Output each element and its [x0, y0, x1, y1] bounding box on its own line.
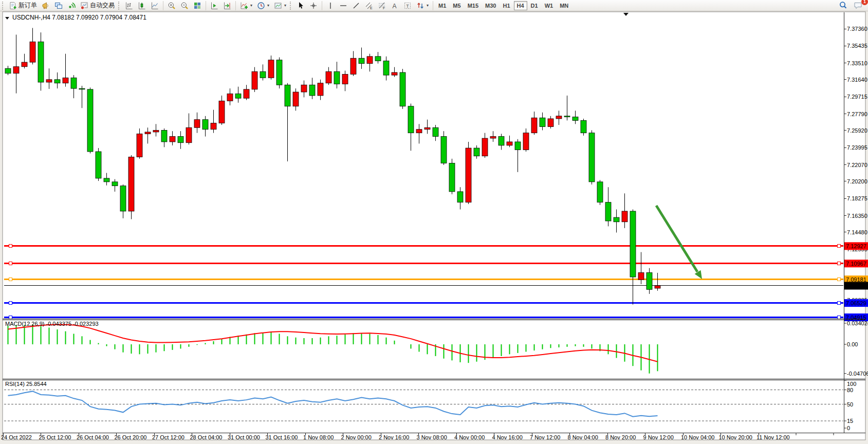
candle-body: [334, 71, 340, 84]
candle-body: [301, 85, 307, 92]
line-handle[interactable]: [837, 278, 840, 281]
candle-body: [498, 137, 504, 145]
candle-body: [268, 60, 274, 78]
chart-area[interactable]: 7.373607.354357.335107.316407.297157.277…: [0, 0, 868, 444]
time-axis-label: 3 Nov 08:00: [417, 434, 447, 440]
candle-body: [186, 127, 192, 142]
candle-body: [87, 89, 93, 152]
candle-body: [350, 58, 356, 74]
candle-body: [482, 138, 488, 156]
rsi-scale-label: 0: [847, 425, 850, 431]
chart-title: USDCNH-,H4 7.08182 7.09920 7.07904 7.084…: [12, 14, 146, 21]
candle-body: [408, 106, 414, 133]
price-tick-label: 7.14480: [847, 229, 867, 235]
candle-body: [54, 80, 60, 83]
time-axis-label: 27 Oct 12:00: [152, 434, 184, 440]
rsi-scale-label: 100: [847, 381, 856, 387]
time-axis-layer[interactable]: 24 Oct 202225 Oct 12:0026 Oct 04:0026 Oc…: [1, 433, 834, 440]
candle-body: [359, 58, 364, 63]
candle-body: [71, 78, 77, 88]
price-label-text: 7.12927: [846, 243, 866, 249]
price-tick-label: 7.16350: [847, 213, 867, 219]
candle-body: [540, 118, 545, 126]
candle-body: [211, 123, 216, 130]
line-handle[interactable]: [9, 302, 12, 305]
candle-body: [219, 101, 225, 123]
price-tick-label: 7.35435: [847, 43, 867, 49]
macd-scale-label: -0.047061: [847, 371, 868, 377]
candle-body: [507, 142, 512, 145]
price-label-text: 7.09181: [846, 276, 866, 283]
time-axis-label: 8 Nov 04:00: [568, 434, 598, 440]
candle-body: [556, 116, 562, 119]
candle-body: [137, 134, 142, 157]
candle-body: [13, 67, 19, 73]
chart-window-frame: [3, 12, 865, 440]
time-axis-label: 7 Nov 12:00: [530, 434, 560, 440]
candle-body: [5, 68, 11, 73]
price-tick-label: 7.23995: [847, 144, 867, 151]
candle-body: [400, 72, 405, 106]
candle-body: [46, 80, 52, 82]
candle-body: [276, 60, 282, 85]
candle-body: [112, 182, 118, 186]
candle-body: [120, 186, 126, 211]
candle-body: [424, 127, 430, 129]
candle-body: [564, 116, 570, 117]
candle-body: [474, 148, 479, 156]
candle-body: [63, 78, 68, 83]
price-tick-label: 7.37360: [847, 26, 867, 32]
candle-body: [285, 85, 290, 106]
price-tick-label: 7.18275: [847, 195, 867, 201]
line-handle[interactable]: [9, 245, 12, 248]
candle-body: [227, 94, 233, 101]
candle-body: [202, 120, 208, 130]
time-axis-label: 24 Oct 2022: [1, 434, 32, 440]
candle-body: [392, 72, 397, 75]
candle-body: [605, 202, 611, 221]
line-handle[interactable]: [9, 262, 12, 265]
candle-body: [466, 148, 471, 202]
time-axis-label: 28 Oct 04:00: [190, 434, 223, 440]
candle-body: [383, 61, 389, 75]
time-axis-label: 31 Oct 16:00: [266, 434, 298, 440]
candle-body: [22, 62, 27, 67]
candle-body: [433, 127, 438, 136]
trading-terminal-window: 新订单: [0, 0, 868, 444]
time-axis-label: 10 Nov 20:00: [719, 434, 752, 440]
line-handle[interactable]: [837, 302, 840, 305]
price-tick-label: 7.22070: [847, 162, 867, 168]
candle-body: [367, 57, 373, 64]
candle-body: [244, 89, 249, 98]
time-axis-label: 25 Oct 12:00: [39, 434, 71, 440]
candle-body: [531, 118, 537, 133]
rsi-scale-label: 80: [847, 387, 853, 393]
line-handle[interactable]: [837, 245, 840, 248]
candle-body: [170, 137, 175, 142]
candle-body: [293, 92, 299, 106]
candle-body: [416, 130, 422, 133]
line-handle[interactable]: [837, 262, 840, 265]
candle-body: [647, 272, 652, 289]
candle-body: [490, 137, 496, 138]
rsi-scale-label: 50: [847, 401, 853, 408]
candle-body: [375, 57, 381, 61]
line-handle[interactable]: [9, 278, 12, 281]
line-handle[interactable]: [837, 316, 840, 319]
time-axis-label: 11 Nov 12:00: [756, 434, 790, 440]
candle-body: [194, 120, 200, 128]
candle-body: [638, 272, 644, 280]
time-axis-label: 4 Nov 16:00: [492, 434, 523, 440]
candle-body: [597, 182, 603, 202]
line-handle[interactable]: [9, 316, 12, 319]
price-tick-label: 7.27790: [847, 111, 867, 117]
rsi-label: RSI(14) 25.8544: [5, 381, 47, 387]
candle-body: [441, 137, 447, 163]
time-axis-label: 1 Nov 08:00: [303, 434, 334, 440]
time-axis-label: 9 Nov 12:00: [643, 434, 674, 440]
candle-body: [622, 211, 627, 222]
rsi-scale-label: 15: [847, 418, 853, 424]
price-label-text: 7.08471: [846, 283, 866, 289]
candle-body: [581, 120, 586, 133]
candle-body: [153, 130, 159, 132]
